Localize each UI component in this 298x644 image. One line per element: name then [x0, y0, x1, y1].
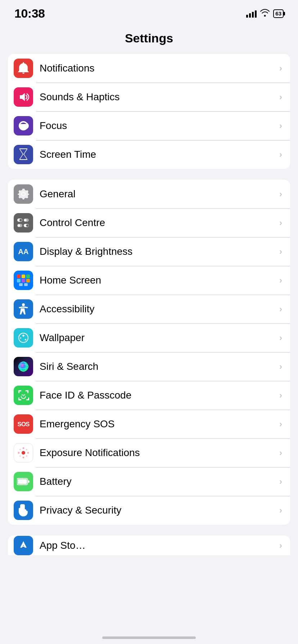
settings-row-privacy[interactable]: Privacy & Security › — [8, 496, 290, 525]
sounds-label: Sounds & Haptics — [40, 91, 276, 103]
svg-rect-22 — [24, 394, 25, 396]
homescreen-chevron: › — [279, 275, 282, 285]
homescreen-icon-wrap — [14, 271, 33, 290]
page-title: Settings — [0, 24, 298, 54]
svg-rect-12 — [17, 279, 21, 282]
focus-label: Focus — [40, 120, 276, 132]
accessibility-label: Accessibility — [40, 303, 276, 315]
settings-row-wallpaper[interactable]: Wallpaper › — [8, 323, 290, 352]
settings-row-screentime[interactable]: Screen Time › — [8, 140, 290, 169]
privacy-label: Privacy & Security — [40, 505, 276, 516]
svg-rect-14 — [26, 279, 30, 282]
settings-row-faceid[interactable]: Face ID & Passcode › — [8, 381, 290, 410]
wallpaper-label: Wallpaper — [40, 332, 276, 344]
control-centre-icon-wrap — [14, 213, 33, 233]
appstore-icon-wrap — [14, 536, 33, 555]
settings-row-focus[interactable]: Focus › — [8, 111, 290, 140]
signal-icon — [246, 10, 257, 18]
exposure-label: Exposure Notifications — [40, 447, 276, 459]
settings-row-siri[interactable]: Siri & Search › — [8, 352, 290, 381]
control-centre-chevron: › — [279, 218, 282, 228]
siri-label: Siri & Search — [40, 361, 276, 372]
emergency-chevron: › — [279, 419, 282, 429]
exposure-chevron: › — [279, 448, 282, 458]
svg-point-2 — [19, 219, 22, 221]
signal-bar-1 — [246, 15, 248, 18]
wallpaper-chevron: › — [279, 333, 282, 343]
svg-point-23 — [22, 451, 25, 455]
exposure-icon-wrap — [14, 443, 33, 463]
svg-point-18 — [18, 362, 28, 372]
settings-row-display[interactable]: AA Display & Brightness › — [8, 237, 290, 266]
faceid-label: Face ID & Passcode — [40, 390, 276, 401]
battery-chevron: › — [279, 477, 282, 487]
emergency-label: Emergency SOS — [40, 418, 276, 430]
display-icon-wrap: AA — [14, 242, 33, 261]
svg-rect-13 — [22, 279, 25, 282]
battery-level: 63 — [275, 10, 281, 17]
general-label: General — [40, 188, 276, 200]
wifi-icon — [260, 9, 270, 19]
status-time: 10:38 — [14, 6, 45, 20]
signal-bar-3 — [252, 12, 254, 18]
privacy-chevron: › — [279, 505, 282, 515]
svg-rect-33 — [18, 479, 27, 484]
notifications-chevron: › — [279, 63, 282, 73]
sounds-icon-wrap — [14, 87, 33, 107]
svg-marker-0 — [20, 93, 25, 101]
focus-icon-wrap — [14, 116, 33, 135]
settings-group-1: Notifications › Sounds & Haptics › Focus… — [8, 54, 290, 169]
accessibility-chevron: › — [279, 304, 282, 314]
display-chevron: › — [279, 247, 282, 257]
sounds-chevron: › — [279, 92, 282, 102]
settings-row-homescreen[interactable]: Home Screen › — [8, 266, 290, 295]
screentime-icon-wrap — [14, 145, 33, 164]
svg-rect-15 — [19, 283, 23, 286]
svg-point-26 — [18, 452, 20, 454]
svg-point-8 — [26, 224, 29, 227]
notifications-icon-wrap — [14, 59, 33, 78]
svg-point-6 — [24, 219, 27, 221]
siri-chevron: › — [279, 362, 282, 372]
settings-row-exposure[interactable]: Exposure Notifications › — [8, 438, 290, 467]
general-icon-wrap — [14, 184, 33, 204]
wallpaper-icon-wrap — [14, 328, 33, 348]
status-icons: 63 — [246, 9, 284, 19]
privacy-icon-wrap — [14, 501, 33, 520]
svg-point-24 — [23, 447, 24, 449]
screentime-chevron: › — [279, 150, 282, 160]
svg-point-29 — [26, 449, 27, 450]
svg-point-28 — [19, 449, 21, 450]
svg-point-27 — [27, 452, 29, 454]
homescreen-label: Home Screen — [40, 275, 276, 286]
accessibility-icon-wrap — [14, 299, 33, 319]
svg-point-30 — [19, 455, 21, 457]
siri-icon-wrap — [14, 357, 33, 376]
svg-point-25 — [23, 457, 24, 459]
svg-point-31 — [26, 455, 27, 457]
svg-rect-34 — [28, 480, 30, 483]
settings-row-control-centre[interactable]: Control Centre › — [8, 208, 290, 237]
home-bar — [102, 636, 196, 639]
partial-row-appstore[interactable]: App Sto… › — [8, 535, 290, 555]
screentime-label: Screen Time — [40, 149, 276, 160]
settings-row-general[interactable]: General › — [8, 180, 290, 208]
settings-row-notifications[interactable]: Notifications › — [8, 54, 290, 83]
status-bar: 10:38 63 — [0, 0, 298, 24]
svg-rect-21 — [22, 394, 23, 396]
svg-point-17 — [22, 303, 25, 306]
settings-row-battery[interactable]: Battery › — [8, 467, 290, 496]
signal-bar-4 — [255, 10, 257, 18]
display-icon-text: AA — [18, 248, 29, 255]
settings-row-accessibility[interactable]: Accessibility › — [8, 295, 290, 323]
settings-row-emergency[interactable]: SOS Emergency SOS › — [8, 410, 290, 438]
emergency-icon-wrap: SOS — [14, 414, 33, 434]
settings-row-sounds[interactable]: Sounds & Haptics › — [8, 83, 290, 111]
svg-rect-16 — [24, 283, 28, 286]
svg-rect-10 — [22, 275, 25, 278]
battery-label: Battery — [40, 476, 276, 487]
settings-group-2: General › Control Centre › AA Display & … — [8, 180, 290, 525]
control-centre-label: Control Centre — [40, 217, 276, 229]
svg-rect-11 — [26, 275, 30, 278]
svg-point-4 — [18, 224, 20, 227]
